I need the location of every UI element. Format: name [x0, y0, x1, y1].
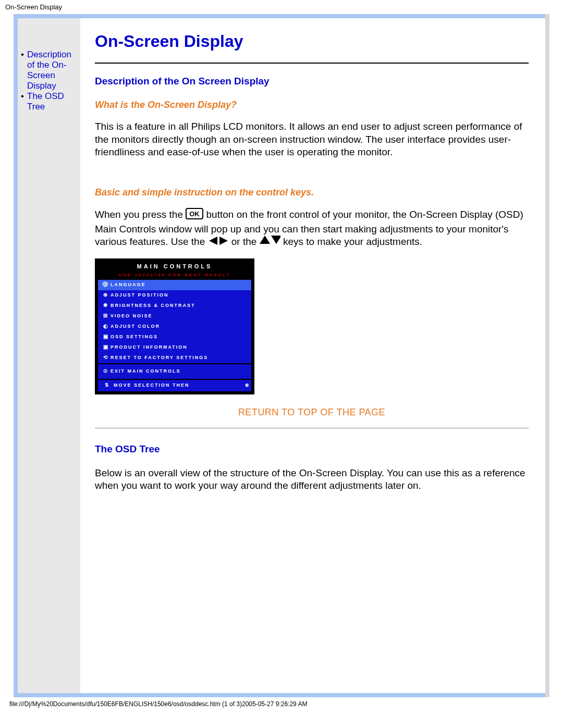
browser-tab-title: On-Screen Display [0, 0, 563, 14]
osd-row-icon: ▣ [100, 334, 111, 340]
osd-footer-icon: ⇅ [100, 382, 114, 389]
osd-row-icon: ◐ [100, 323, 111, 330]
svg-marker-5 [271, 236, 280, 244]
svg-marker-3 [219, 237, 228, 245]
osd-row-adjust-position: ⊕ ADJUST POSITION [98, 290, 251, 301]
osd-row-icon: ✱ [100, 302, 111, 309]
osd-row-exit: ⊙ EXIT MAIN CONTROLS [98, 364, 251, 379]
text-fragment: keys to make your adjustments. [283, 236, 422, 247]
osd-row-icon: ▣ [100, 344, 111, 351]
return-to-top-link[interactable]: RETURN TO TOP OF THE PAGE [238, 407, 385, 417]
page-frame: • Description of the On-Screen Display •… [14, 14, 549, 697]
up-down-arrows-icon [260, 236, 280, 249]
paragraph-control-keys: When you press the OK button on the fron… [95, 208, 529, 249]
section-heading-osd-tree: The OSD Tree [95, 443, 529, 455]
osd-row-brightness-contrast: ✱ BRIGHTNESS & CONTRAST [98, 301, 251, 311]
subheading-what-is-osd: What is the On-Screen Display? [95, 99, 529, 111]
osd-exit-block: ⊙ EXIT MAIN CONTROLS [98, 364, 251, 379]
bullet-icon: • [21, 91, 27, 112]
osd-row-product-information: ▣ PRODUCT INFORMATION [98, 342, 251, 353]
paragraph-osd-description: This is a feature in all Philips LCD mon… [95, 120, 529, 158]
osd-row-icon: ⊞ [100, 313, 111, 319]
osd-row-icon: ࿋ [100, 281, 111, 288]
frame-shadow [545, 14, 549, 697]
page: • Description of the On-Screen Display •… [18, 18, 545, 693]
osd-main-controls-panel: MAIN CONTROLS USE 1024x768 FOR BEST RESU… [95, 258, 254, 394]
osd-row-label: EXIT MAIN CONTROLS [111, 368, 181, 375]
osd-row-language: ࿋ LANGUAGE [98, 280, 251, 290]
ok-button-icon: OK [186, 208, 203, 223]
osd-row-label: PRODUCT INFORMATION [111, 344, 188, 351]
divider [95, 428, 529, 428]
footer-file-path: file:///D|/My%20Documents/dfu/150E6FB/EN… [0, 697, 563, 709]
return-to-top[interactable]: RETURN TO TOP OF THE PAGE [95, 406, 529, 418]
content-spacer [95, 502, 529, 596]
osd-row-reset-factory: ⟲ RESET TO FACTORY SETTINGS [98, 353, 251, 363]
svg-marker-2 [209, 237, 217, 245]
paragraph-osd-tree: Below is an overall view of the structur… [95, 467, 529, 492]
osd-row-label: ADJUST POSITION [111, 292, 169, 299]
left-right-arrows-icon [208, 236, 229, 249]
main-content: On-Screen Display Description of the On … [80, 18, 545, 693]
osd-menu-list: ࿋ LANGUAGE ⊕ ADJUST POSITION ✱ BRIGHTNES… [98, 280, 251, 363]
sidebar-item-description[interactable]: • Description of the On-Screen Display [21, 50, 77, 91]
osd-row-video-noise: ⊞ VIDEO NOISE [98, 311, 251, 322]
osd-row-osd-settings: ▣ OSD SETTINGS [98, 332, 251, 342]
sidebar-link-description[interactable]: Description of the On-Screen Display [27, 50, 77, 91]
osd-row-label: VIDEO NOISE [111, 313, 153, 319]
osd-row-label: LANGUAGE [111, 282, 146, 288]
svg-text:OK: OK [190, 210, 200, 218]
text-fragment: or the [231, 236, 260, 247]
osd-row-label: BRIGHTNESS & CONTRAST [111, 303, 195, 309]
section-heading-description: Description of the On Screen Display [95, 75, 529, 88]
text-fragment: When you press the [95, 209, 186, 220]
osd-row-icon: ⟲ [100, 354, 111, 361]
subheading-basic-instruction: Basic and simple instruction on the cont… [95, 187, 529, 199]
osd-footer-label: MOVE SELECTION THEN [114, 382, 190, 389]
osd-footer-end-icon: ⊛ [245, 382, 249, 389]
osd-panel-hint: USE 1024x768 FOR BEST RESULT [98, 272, 251, 278]
osd-row-icon: ⊕ [100, 292, 111, 299]
osd-row-label: OSD SETTINGS [111, 334, 158, 340]
sidebar-item-osd-tree[interactable]: • The OSD Tree [21, 91, 77, 112]
svg-marker-4 [260, 236, 270, 244]
bullet-icon: • [21, 50, 27, 91]
sidebar-link-osd-tree[interactable]: The OSD Tree [27, 91, 77, 112]
osd-footer: ⇅ MOVE SELECTION THEN ⊛ [98, 380, 251, 391]
osd-panel-title: MAIN CONTROLS [98, 262, 251, 272]
page-title: On-Screen Display [95, 31, 529, 52]
sidebar-nav: • Description of the On-Screen Display •… [18, 18, 80, 693]
osd-row-icon: ⊙ [100, 368, 111, 375]
osd-row-label: ADJUST COLOR [111, 324, 160, 330]
divider [95, 63, 529, 64]
osd-row-label: RESET TO FACTORY SETTINGS [111, 355, 208, 361]
osd-row-adjust-color: ◐ ADJUST COLOR [98, 322, 251, 332]
